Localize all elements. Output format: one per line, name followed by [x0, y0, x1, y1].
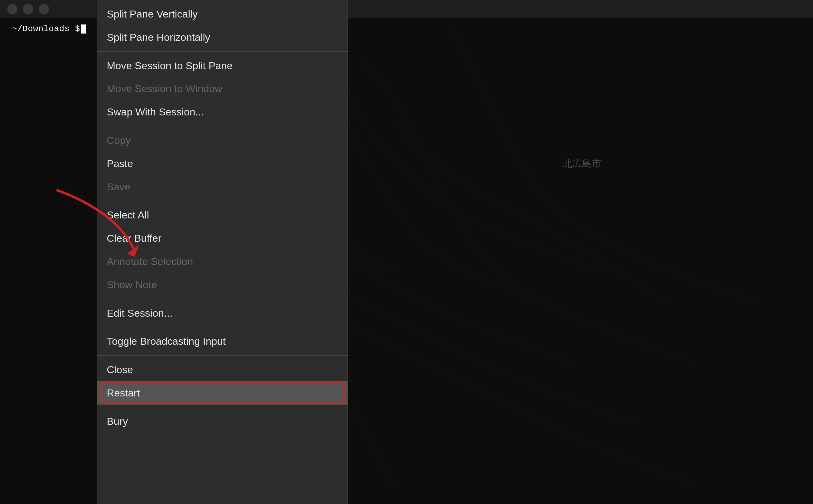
menu-item-split-pane-vertically[interactable]: Split Pane Vertically: [97, 2, 348, 26]
menu-item-edit-session[interactable]: Edit Session...: [97, 302, 348, 325]
context-menu: Split Pane Vertically Split Pane Horizon…: [97, 0, 348, 504]
menu-item-show-note: Show Note: [97, 273, 348, 296]
minimize-button[interactable]: [23, 4, 33, 14]
menu-section-broadcasting: Toggle Broadcasting Input: [97, 327, 348, 356]
menu-section-selection: Select All Clear Buffer Annotate Selecti…: [97, 201, 348, 299]
menu-item-select-all[interactable]: Select All: [97, 203, 348, 227]
menu-item-paste[interactable]: Paste: [97, 152, 348, 175]
menu-item-restart[interactable]: Restart: [97, 381, 348, 405]
menu-item-swap-with-session[interactable]: Swap With Session...: [97, 100, 348, 124]
menu-item-split-pane-horizontally[interactable]: Split Pane Horizontally: [97, 26, 348, 49]
menu-item-copy: Copy: [97, 129, 348, 152]
menu-item-close[interactable]: Close: [97, 358, 348, 381]
map-city-label: 北広島市: [562, 157, 601, 170]
menu-item-clear-buffer[interactable]: Clear Buffer: [97, 227, 348, 250]
terminal-prompt: ~/Downloads $: [12, 24, 86, 34]
menu-item-annotate-selection: Annotate Selection: [97, 250, 348, 273]
menu-item-move-session-split[interactable]: Move Session to Split Pane: [97, 54, 348, 77]
menu-section-clipboard: Copy Paste Save: [97, 126, 348, 201]
close-button[interactable]: [7, 4, 18, 14]
menu-section-split-pane: Split Pane Vertically Split Pane Horizon…: [97, 0, 348, 52]
menu-section-bury: Bury: [97, 407, 348, 435]
maximize-button[interactable]: [39, 4, 49, 14]
menu-item-save: Save: [97, 175, 348, 199]
terminal-cursor: [81, 24, 86, 34]
menu-section-session: Move Session to Split Pane Move Session …: [97, 52, 348, 126]
menu-item-bury[interactable]: Bury: [97, 410, 348, 433]
menu-item-toggle-broadcasting[interactable]: Toggle Broadcasting Input: [97, 330, 348, 353]
menu-section-edit-session: Edit Session...: [97, 299, 348, 328]
menu-section-close-restart: Close Restart: [97, 356, 348, 407]
prompt-text: ~/Downloads $: [12, 24, 80, 34]
menu-item-move-session-window: Move Session to Window: [97, 77, 348, 100]
